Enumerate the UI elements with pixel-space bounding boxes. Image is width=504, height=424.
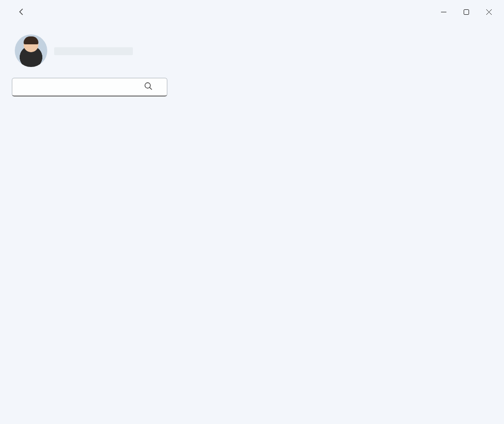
maximize-button[interactable] [455, 4, 477, 20]
search-wrap [12, 78, 169, 97]
titlebar [0, 0, 504, 24]
back-arrow-icon [18, 8, 26, 16]
profile-block[interactable] [15, 34, 169, 67]
profile-email-redacted [54, 47, 133, 55]
settings-window [0, 0, 504, 424]
body [0, 24, 504, 424]
back-button[interactable] [12, 2, 32, 22]
search-icon [144, 82, 153, 93]
minimize-button[interactable] [432, 4, 455, 20]
main-content [177, 24, 504, 424]
window-controls [432, 4, 500, 20]
close-icon [486, 9, 492, 15]
svg-line-5 [150, 88, 152, 90]
close-button[interactable] [477, 4, 500, 20]
svg-point-4 [145, 83, 151, 88]
svg-rect-1 [464, 9, 469, 14]
avatar [15, 34, 47, 67]
sidebar [0, 24, 177, 424]
maximize-icon [464, 9, 469, 15]
minimize-icon [441, 9, 446, 15]
